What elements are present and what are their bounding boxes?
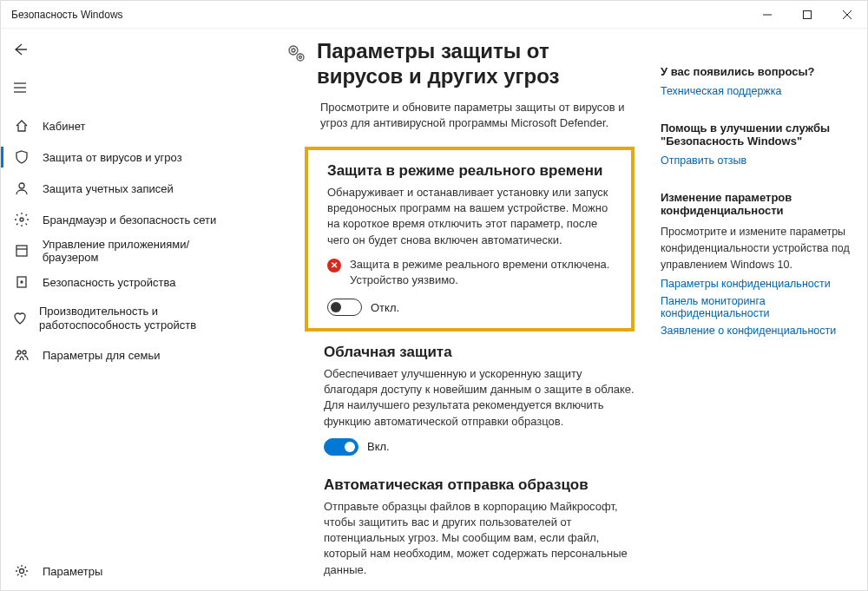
- realtime-alert: Защита в режиме реального времени отключ…: [327, 257, 615, 288]
- panel-title: Изменение параметров конфиденциальности: [661, 191, 850, 217]
- close-button[interactable]: [827, 1, 867, 29]
- svg-rect-11: [17, 277, 26, 287]
- sidebar-item-label: Защита учетных записей: [43, 182, 174, 195]
- error-icon: [327, 259, 341, 273]
- sidebar-item-label: Кабинет: [43, 120, 85, 133]
- cloud-protection-section: Облачная защита Обеспечивает улучшенную …: [324, 344, 635, 456]
- device-security-icon: [13, 275, 30, 289]
- svg-point-15: [20, 569, 24, 574]
- sidebar-item-device[interactable]: Безопасность устройства: [1, 266, 253, 298]
- titlebar: Безопасность Windows: [1, 1, 867, 29]
- svg-rect-9: [16, 246, 27, 256]
- sidebar-item-appbrowser[interactable]: Управление приложениями/браузером: [1, 235, 253, 266]
- svg-point-19: [297, 54, 304, 61]
- section-body: Обеспечивает улучшенную и ускоренную защ…: [324, 366, 635, 430]
- sidebar-item-home[interactable]: Кабинет: [1, 110, 253, 141]
- window-title: Безопасность Windows: [11, 9, 747, 21]
- sidebar-item-label: Защита от вирусов и угроз: [43, 151, 182, 164]
- page-title: Параметры защиты от вирусов и других угр…: [317, 39, 635, 89]
- section-title: Облачная защита: [324, 344, 635, 361]
- panel-title: Помощь в улучшении службы "Безопасность …: [661, 121, 850, 148]
- svg-point-17: [289, 46, 298, 55]
- realtime-protection-section: Защита в режиме реального времени Обнару…: [305, 147, 635, 332]
- svg-point-16: [292, 49, 295, 52]
- home-icon: [13, 119, 30, 133]
- panel-title: У вас появились вопросы?: [661, 65, 850, 78]
- toggle-label: Вкл.: [367, 440, 390, 453]
- section-title: Защита в режиме реального времени: [327, 162, 615, 180]
- sidebar-item-health[interactable]: Производительность и работоспособность у…: [1, 298, 253, 339]
- section-title: Автоматическая отправка образцов: [324, 476, 635, 494]
- section-body: Обнаруживает и останавливает установку и…: [327, 185, 615, 248]
- sidebar-item-label: Брандмауэр и безопасность сети: [43, 213, 216, 227]
- feedback-panel: Помощь в улучшении службы "Безопасность …: [661, 121, 850, 167]
- support-link[interactable]: Техническая поддержка: [661, 85, 850, 97]
- sidebar-item-firewall[interactable]: Брандмауэр и безопасность сети: [1, 204, 253, 235]
- toggle-label: Откл.: [371, 301, 399, 314]
- realtime-protection-toggle[interactable]: [327, 299, 362, 316]
- panel-body: Просмотрите и измените параметры конфиде…: [661, 224, 850, 273]
- privacy-settings-link[interactable]: Параметры конфиденциальности: [661, 278, 850, 290]
- svg-point-7: [19, 183, 24, 188]
- sample-submission-section: Автоматическая отправка образцов Отправь…: [324, 476, 635, 578]
- section-body: Отправьте образцы файлов в корпорацию Ма…: [324, 499, 635, 578]
- svg-rect-1: [804, 10, 812, 18]
- feedback-link[interactable]: Отправить отзыв: [661, 154, 850, 167]
- hamburger-button[interactable]: [1, 70, 39, 105]
- health-icon: [13, 312, 27, 325]
- sidebar-item-label: Параметры для семьи: [43, 349, 160, 362]
- gear-icon: [13, 564, 30, 578]
- firewall-icon: [13, 213, 30, 227]
- right-panel: У вас появились вопросы? Техническая под…: [635, 39, 850, 590]
- questions-panel: У вас появились вопросы? Техническая под…: [661, 65, 850, 97]
- back-button[interactable]: [1, 32, 39, 67]
- alert-text: Защита в режиме реального времени отключ…: [350, 257, 615, 288]
- sidebar-item-label: Управление приложениями/браузером: [43, 238, 242, 264]
- maximize-button[interactable]: [787, 1, 827, 29]
- sidebar: Кабинет Защита от вирусов и угроз Защита…: [1, 29, 253, 590]
- privacy-dashboard-link[interactable]: Панель мониторинга конфиденциальности: [661, 295, 850, 319]
- sidebar-item-settings[interactable]: Параметры: [1, 552, 253, 590]
- privacy-statement-link[interactable]: Заявление о конфиденциальности: [661, 325, 850, 337]
- svg-point-18: [299, 56, 302, 59]
- sidebar-item-family[interactable]: Параметры для семьи: [1, 339, 253, 371]
- privacy-panel: Изменение параметров конфиденциальности …: [661, 191, 850, 337]
- sidebar-item-virus[interactable]: Защита от вирусов и угроз: [1, 141, 253, 173]
- sidebar-item-label: Безопасность устройства: [43, 276, 176, 289]
- svg-point-13: [17, 351, 21, 354]
- settings-gears-icon: [287, 44, 306, 66]
- sidebar-item-label: Производительность и работоспособность у…: [39, 305, 242, 332]
- svg-point-12: [21, 281, 23, 283]
- window-controls: [747, 1, 867, 29]
- sidebar-item-label: Параметры: [43, 565, 102, 578]
- family-icon: [13, 348, 30, 362]
- svg-point-14: [23, 351, 26, 354]
- main-content: Параметры защиты от вирусов и других угр…: [253, 39, 635, 590]
- shield-icon: [13, 150, 30, 164]
- account-icon: [13, 181, 30, 195]
- minimize-button[interactable]: [747, 1, 787, 29]
- page-subtitle: Просмотрите и обновите параметры защиты …: [320, 100, 635, 131]
- svg-point-8: [20, 218, 23, 221]
- app-control-icon: [13, 244, 30, 258]
- cloud-protection-toggle[interactable]: [324, 438, 358, 456]
- sidebar-item-account[interactable]: Защита учетных записей: [1, 173, 253, 204]
